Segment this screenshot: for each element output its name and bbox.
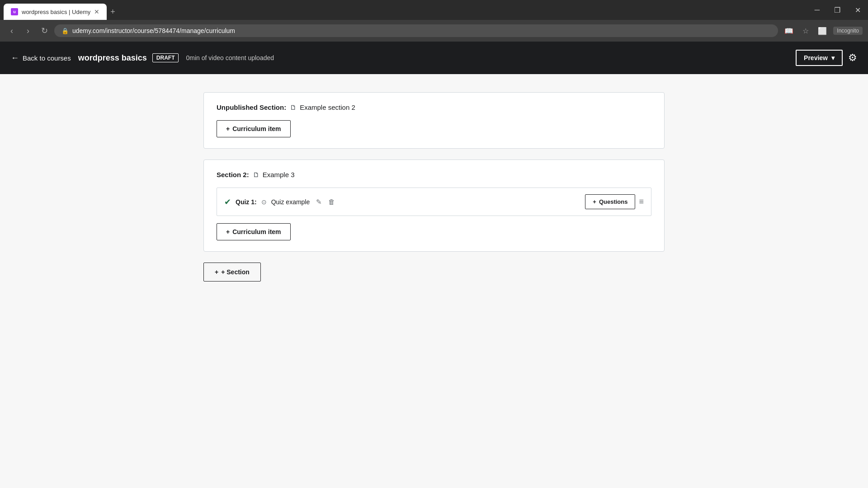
doc-icon-unpublished: 🗋 xyxy=(290,104,296,111)
browser-chrome: u wordpress basics | Udemy ✕ + ─ ❐ ✕ ‹ ›… xyxy=(0,0,868,42)
quiz-row: ✔ Quiz 1: ⊙ Quiz example ✎ 🗑 + Questions… xyxy=(217,188,651,216)
back-arrow-icon: ← xyxy=(11,53,19,63)
unpublished-prefix: Unpublished Section: xyxy=(217,103,286,111)
close-button[interactable]: ✕ xyxy=(848,0,868,20)
section-header-2: Section 2: 🗋 Example 3 xyxy=(217,171,651,178)
section-card-unpublished: Unpublished Section: 🗋 Example section 2… xyxy=(203,92,665,149)
plus-icon-section: + xyxy=(215,268,218,276)
quiz-name: Quiz example xyxy=(271,198,310,206)
back-to-courses-link[interactable]: ← Back to courses xyxy=(11,53,71,63)
plus-icon-curriculum-1: + xyxy=(226,125,230,132)
browser-controls: ‹ › ↻ 🔒 udemy.com/instructor/course/5784… xyxy=(0,20,868,42)
settings-button[interactable]: ⚙ xyxy=(848,52,857,64)
tab-close-button[interactable]: ✕ xyxy=(94,8,99,15)
curriculum-item-label-2: Curriculum item xyxy=(232,228,281,235)
reader-mode-button[interactable]: 📖 xyxy=(782,25,796,37)
questions-label: Questions xyxy=(599,198,628,205)
bookmark-button[interactable]: ☆ xyxy=(800,25,811,37)
add-section-label: + Section xyxy=(221,268,250,276)
add-curriculum-item-btn-2[interactable]: + Curriculum item xyxy=(217,223,291,240)
forward-nav-button[interactable]: › xyxy=(22,24,34,37)
preview-button[interactable]: Preview ▾ xyxy=(796,50,843,66)
tab-favicon: u xyxy=(11,8,18,15)
address-bar[interactable]: 🔒 udemy.com/instructor/course/5784474/ma… xyxy=(54,24,778,37)
preview-label: Preview xyxy=(804,54,828,61)
add-section-button[interactable]: + + Section xyxy=(203,263,261,282)
back-nav-button[interactable]: ‹ xyxy=(5,24,18,37)
plus-icon-questions: + xyxy=(593,198,596,205)
back-to-courses-label: Back to courses xyxy=(23,54,71,62)
unpublished-section-name: Example section 2 xyxy=(300,103,355,111)
preview-arrow-icon: ▾ xyxy=(831,54,835,61)
tab-bar: u wordpress basics | Udemy ✕ + ─ ❐ ✕ xyxy=(0,0,868,20)
tab-title: wordpress basics | Udemy xyxy=(22,9,90,15)
upload-status: 0min of video content uploaded xyxy=(186,54,274,61)
browser-actions: 📖 ☆ ⬜ Incognito xyxy=(782,25,863,37)
section-header-unpublished: Unpublished Section: 🗋 Example section 2 xyxy=(217,103,651,111)
main-content: Unpublished Section: 🗋 Example section 2… xyxy=(0,74,868,488)
section-card-2: Section 2: 🗋 Example 3 ✔ Quiz 1: ⊙ Quiz … xyxy=(203,160,665,252)
delete-quiz-icon[interactable]: 🗑 xyxy=(328,198,335,206)
curriculum-item-label-1: Curriculum item xyxy=(232,125,281,132)
section2-name: Example 3 xyxy=(263,171,295,178)
course-title: wordpress basics xyxy=(78,53,147,63)
header-actions: Preview ▾ ⚙ xyxy=(796,50,857,66)
quiz-check-icon: ✔ xyxy=(224,197,231,207)
reload-button[interactable]: ↻ xyxy=(38,24,51,37)
doc-icon-section2: 🗋 xyxy=(253,171,259,178)
lock-icon: 🔒 xyxy=(61,28,69,34)
quiz-clock-icon: ⊙ xyxy=(261,198,267,206)
minimize-button[interactable]: ─ xyxy=(807,0,827,20)
app-header: ← Back to courses wordpress basics DRAFT… xyxy=(0,42,868,74)
plus-icon-curriculum-2: + xyxy=(226,228,230,235)
window-controls: ─ ❐ ✕ xyxy=(807,0,868,20)
active-tab[interactable]: u wordpress basics | Udemy ✕ xyxy=(4,4,107,20)
new-tab-button[interactable]: + xyxy=(107,5,119,19)
section2-prefix: Section 2: xyxy=(217,171,249,178)
quiz-label: Quiz 1: xyxy=(236,198,257,206)
reorder-icon[interactable]: ≡ xyxy=(639,197,644,206)
split-view-button[interactable]: ⬜ xyxy=(815,25,830,37)
draft-badge: DRAFT xyxy=(152,53,179,62)
add-curriculum-item-btn-unpublished[interactable]: + Curriculum item xyxy=(217,120,291,137)
maximize-button[interactable]: ❐ xyxy=(827,0,848,20)
incognito-badge: Incognito xyxy=(833,27,863,35)
content-wrapper: Unpublished Section: 🗋 Example section 2… xyxy=(194,92,674,282)
quiz-actions: + Questions ≡ xyxy=(585,194,644,209)
questions-button[interactable]: + Questions xyxy=(585,194,635,209)
url-text: udemy.com/instructor/course/5784474/mana… xyxy=(72,27,235,34)
edit-quiz-icon[interactable]: ✎ xyxy=(316,198,322,206)
